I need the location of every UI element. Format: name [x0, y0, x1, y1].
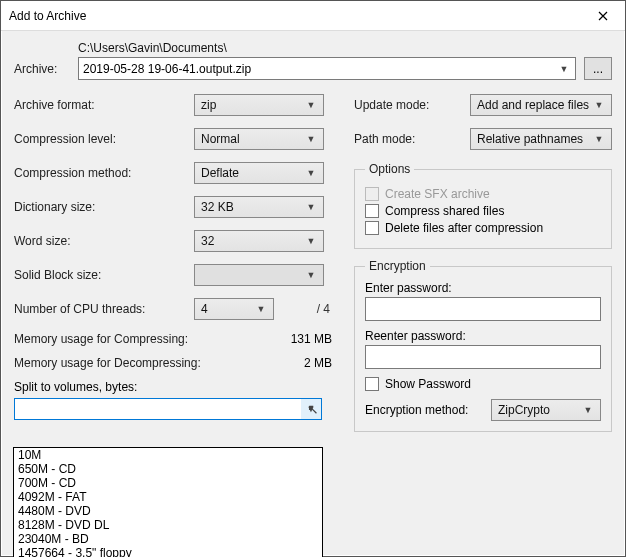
- compress-shared-checkbox[interactable]: [365, 204, 379, 218]
- encryption-group: Encryption Enter password: Reenter passw…: [354, 259, 612, 432]
- compression-method-combo[interactable]: Deflate ▼: [194, 162, 324, 184]
- dialog-body: C:\Users\Gavin\Documents\ Archive: 2019-…: [2, 31, 624, 555]
- dictionary-size-value: 32 KB: [201, 200, 234, 214]
- mem-compressing-label: Memory usage for Compressing:: [14, 332, 188, 346]
- dictionary-size-label: Dictionary size:: [14, 200, 194, 214]
- chevron-down-icon: ▼: [591, 95, 607, 115]
- mem-compressing-value: 131 MB: [276, 332, 336, 346]
- enter-password-input[interactable]: [365, 297, 601, 321]
- mem-decompressing-label: Memory usage for Decompressing:: [14, 356, 201, 370]
- update-mode-value: Add and replace files: [477, 98, 589, 112]
- update-mode-label: Update mode:: [354, 98, 429, 112]
- split-option[interactable]: 8128M - DVD DL: [14, 518, 322, 532]
- delete-after-label: Delete files after compression: [385, 221, 543, 235]
- reenter-password-label: Reenter password:: [365, 329, 601, 343]
- compression-level-label: Compression level:: [14, 132, 194, 146]
- split-option[interactable]: 23040M - BD: [14, 532, 322, 546]
- titlebar: Add to Archive: [1, 1, 625, 31]
- window-title: Add to Archive: [9, 9, 86, 23]
- left-column: Archive format: zip ▼ Compression level:…: [14, 94, 336, 442]
- browse-button-label: ...: [593, 62, 603, 76]
- archive-path-display: C:\Users\Gavin\Documents\: [78, 41, 612, 55]
- compression-method-value: Deflate: [201, 166, 239, 180]
- chevron-down-icon: ▼: [591, 129, 607, 149]
- create-sfx-row: Create SFX archive: [365, 187, 601, 201]
- chevron-down-icon: ▼: [555, 60, 573, 77]
- chevron-down-icon: ▼: [303, 265, 319, 285]
- delete-after-checkbox[interactable]: [365, 221, 379, 235]
- create-sfx-checkbox: [365, 187, 379, 201]
- split-option[interactable]: 700M - CD: [14, 476, 322, 490]
- compress-shared-row[interactable]: Compress shared files: [365, 204, 601, 218]
- mem-decompressing-value: 2 MB: [276, 356, 336, 370]
- chevron-down-icon: ▼: [303, 197, 319, 217]
- add-to-archive-dialog: Add to Archive C:\Users\Gavin\Documents\…: [0, 0, 626, 557]
- word-size-value: 32: [201, 234, 214, 248]
- chevron-down-icon: ▼: [253, 299, 269, 319]
- solid-block-size-label: Solid Block size:: [14, 268, 194, 282]
- archive-format-label: Archive format:: [14, 98, 194, 112]
- path-mode-combo[interactable]: Relative pathnames ▼: [470, 128, 612, 150]
- archive-format-value: zip: [201, 98, 216, 112]
- show-password-label: Show Password: [385, 377, 471, 391]
- chevron-down-icon: ▼: [303, 95, 319, 115]
- encryption-method-label: Encryption method:: [365, 403, 468, 417]
- compress-shared-label: Compress shared files: [385, 204, 504, 218]
- options-legend: Options: [365, 162, 414, 176]
- cpu-threads-total: / 4: [317, 302, 336, 316]
- chevron-down-icon: ▼ ↖: [301, 399, 321, 419]
- solid-block-size-combo: ▼: [194, 264, 324, 286]
- split-option[interactable]: 10M: [14, 448, 322, 462]
- enter-password-label: Enter password:: [365, 281, 601, 295]
- split-option[interactable]: 4092M - FAT: [14, 490, 322, 504]
- right-column: Update mode: Add and replace files ▼ Pat…: [354, 94, 612, 442]
- delete-after-row[interactable]: Delete files after compression: [365, 221, 601, 235]
- split-option[interactable]: 650M - CD: [14, 462, 322, 476]
- dictionary-size-combo[interactable]: 32 KB ▼: [194, 196, 324, 218]
- update-mode-combo[interactable]: Add and replace files ▼: [470, 94, 612, 116]
- archive-label: Archive:: [14, 62, 70, 76]
- path-mode-label: Path mode:: [354, 132, 415, 146]
- chevron-down-icon: ▼: [303, 163, 319, 183]
- options-group: Options Create SFX archive Compress shar…: [354, 162, 612, 249]
- chevron-down-icon: ▼: [580, 400, 596, 420]
- split-option[interactable]: 1457664 - 3.5" floppy: [14, 546, 322, 557]
- encryption-method-value: ZipCrypto: [498, 403, 550, 417]
- compression-method-label: Compression method:: [14, 166, 194, 180]
- encryption-legend: Encryption: [365, 259, 430, 273]
- chevron-down-icon: ▼: [303, 129, 319, 149]
- archive-format-combo[interactable]: zip ▼: [194, 94, 324, 116]
- cpu-threads-value: 4: [201, 302, 208, 316]
- compression-level-combo[interactable]: Normal ▼: [194, 128, 324, 150]
- chevron-down-icon: ▼: [303, 231, 319, 251]
- compression-level-value: Normal: [201, 132, 240, 146]
- encryption-method-combo[interactable]: ZipCrypto ▼: [491, 399, 601, 421]
- split-volumes-label: Split to volumes, bytes:: [14, 380, 336, 394]
- archive-filename-value: 2019-05-28 19-06-41.output.zip: [83, 62, 251, 76]
- split-volumes-dropdown[interactable]: 10M 650M - CD 700M - CD 4092M - FAT 4480…: [13, 447, 323, 557]
- browse-button[interactable]: ...: [584, 57, 612, 80]
- create-sfx-label: Create SFX archive: [385, 187, 490, 201]
- split-volumes-combo[interactable]: ▼ ↖: [14, 398, 322, 420]
- word-size-combo[interactable]: 32 ▼: [194, 230, 324, 252]
- cpu-threads-label: Number of CPU threads:: [14, 302, 194, 316]
- archive-filename-combo[interactable]: 2019-05-28 19-06-41.output.zip ▼: [78, 57, 576, 80]
- cpu-threads-combo[interactable]: 4 ▼: [194, 298, 274, 320]
- word-size-label: Word size:: [14, 234, 194, 248]
- reenter-password-input[interactable]: [365, 345, 601, 369]
- close-button[interactable]: [580, 1, 625, 31]
- path-mode-value: Relative pathnames: [477, 132, 583, 146]
- split-option[interactable]: 4480M - DVD: [14, 504, 322, 518]
- close-icon: [598, 11, 608, 21]
- show-password-row[interactable]: Show Password: [365, 377, 601, 391]
- show-password-checkbox[interactable]: [365, 377, 379, 391]
- mouse-cursor-icon: ↖: [307, 401, 319, 417]
